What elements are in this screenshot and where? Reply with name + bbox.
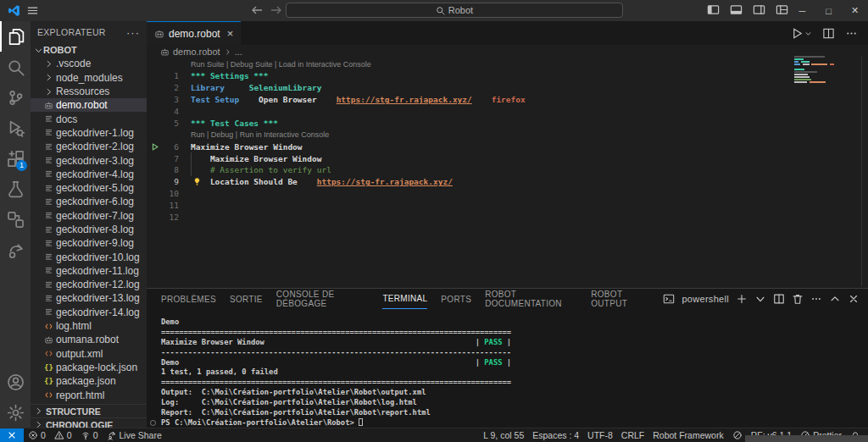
code-line[interactable]: 2Library SeleniumLibrary <box>147 82 868 94</box>
tree-item-Ressources[interactable]: Ressources <box>31 85 147 98</box>
code-line[interactable]: 6Maximize Browser Window <box>147 141 868 152</box>
shell-label[interactable]: powershell <box>682 294 729 304</box>
code-line[interactable]: 5*** Test Cases *** <box>147 117 868 129</box>
tree-item-node_modules[interactable]: node_modules <box>31 71 147 85</box>
close-icon[interactable] <box>848 293 860 305</box>
lightbulb-icon[interactable] <box>192 177 202 186</box>
code-line[interactable]: 11 <box>147 200 868 212</box>
tree-item-docs[interactable]: docs <box>31 112 147 125</box>
code-line[interactable]: 7 Maximize Browser Window <box>147 152 868 164</box>
code-line[interactable]: 8 # Assertion to verify url <box>147 164 868 176</box>
more-actions-icon[interactable] <box>845 27 858 40</box>
layout-sidebar-right-icon[interactable] <box>753 3 765 16</box>
tab-close-icon[interactable]: × <box>227 27 234 40</box>
tree-item-output.xml[interactable]: output.xml <box>31 347 147 361</box>
activity-search[interactable] <box>0 52 31 82</box>
tree-item-geckodriver-7.log[interactable]: geckodriver-7.log <box>31 209 147 223</box>
tree-item-geckodriver-10.log[interactable]: geckodriver-10.log <box>31 250 147 263</box>
run-robot-file-button[interactable] <box>791 27 812 40</box>
tab-demo-robot[interactable]: demo.robot × <box>147 21 241 45</box>
layout-customize-icon[interactable] <box>776 3 788 16</box>
run-test-icon[interactable] <box>150 142 159 152</box>
layout-sidebar-left-icon[interactable] <box>707 3 720 16</box>
plus-icon[interactable] <box>736 293 748 305</box>
codelens-row[interactable]: Run Suite | Debug Suite | Load in Intera… <box>147 58 868 70</box>
status-remote-indicator[interactable] <box>0 428 24 442</box>
tree-item-geckodriver-5.log[interactable]: geckodriver-5.log <box>31 181 147 195</box>
tree-item-geckodriver-3.log[interactable]: geckodriver-3.log <box>31 153 147 167</box>
split-icon[interactable] <box>773 293 785 305</box>
maximize-icon[interactable]: □ <box>815 0 842 21</box>
tree-item-.vscode[interactable]: .vscode <box>31 57 147 70</box>
explorer-more-actions[interactable]: ··· <box>126 26 140 39</box>
activity-source-control[interactable] <box>0 82 31 113</box>
panel-tab-ports[interactable]: PORTS <box>441 289 471 309</box>
tree-item-geckodriver-9.log[interactable]: geckodriver-9.log <box>31 236 147 250</box>
chevron-down-icon[interactable] <box>754 293 766 305</box>
activity-run-debug[interactable] <box>0 113 31 143</box>
tree-item-geckodriver-13.log[interactable]: geckodriver-13.log <box>31 291 147 305</box>
tree-item-geckodriver-1.log[interactable]: geckodriver-1.log <box>31 126 147 140</box>
activity-live-share[interactable] <box>0 235 31 265</box>
trash-icon[interactable] <box>792 293 804 305</box>
panel-tab-problèmes[interactable]: PROBLÈMES <box>161 289 216 309</box>
tree-item-geckodriver-4.log[interactable]: geckodriver-4.log <box>31 168 147 181</box>
section-structure[interactable]: STRUCTURE <box>31 404 147 417</box>
code-line[interactable]: 3Test Setup Open Browser https://stg-fr.… <box>147 94 868 106</box>
code-line[interactable]: 12 <box>147 212 868 224</box>
tree-item-geckodriver-11.log[interactable]: geckodriver-11.log <box>31 264 147 278</box>
code-line[interactable]: 9 Location Should Be https://stg-fr.raja… <box>147 176 868 188</box>
tree-item-package-lock.json[interactable]: {}package-lock.json <box>31 361 147 374</box>
breadcrumb[interactable]: demo.robot ... <box>147 45 868 58</box>
minimize-icon[interactable]: ─ <box>789 0 815 21</box>
nav-forward-icon[interactable] <box>270 3 283 17</box>
codelens-row[interactable]: Run | Debug | Run in Interactive Console <box>147 129 868 141</box>
panel-tab-robot-documentation[interactable]: ROBOT DOCUMENTATION <box>485 289 577 309</box>
tree-item-geckodriver-12.log[interactable]: geckodriver-12.log <box>31 278 147 291</box>
status-live-share[interactable]: Live Share <box>103 428 166 442</box>
tree-item-geckodriver-6.log[interactable]: geckodriver-6.log <box>31 195 147 208</box>
tree-item-log.html[interactable]: log.html <box>31 319 147 333</box>
activity-settings[interactable] <box>0 397 31 428</box>
terminal-content[interactable]: Demo====================================… <box>147 318 868 428</box>
panel-tab-terminal[interactable]: TERMINAL <box>382 289 427 309</box>
menu-hamburger-icon[interactable] <box>26 4 39 17</box>
status-errors[interactable]: 0 <box>24 428 50 442</box>
tree-item-report.html[interactable]: report.html <box>31 388 147 401</box>
status-encoding[interactable]: UTF-8 <box>583 428 617 442</box>
status-language-mode[interactable]: Robot Framework <box>648 428 727 442</box>
tree-item-package.json[interactable]: {}package.json <box>31 374 147 388</box>
status-ports-forwarded[interactable]: 0 <box>76 428 103 442</box>
panel-tab-console-de-débogage[interactable]: CONSOLE DE DÉBOGAGE <box>276 289 370 309</box>
status-indentation[interactable]: Espaces : 4 <box>528 428 583 442</box>
ellipsis-icon[interactable] <box>810 293 822 305</box>
status-feedback[interactable] <box>728 428 747 442</box>
activity-explorer[interactable] <box>0 21 31 52</box>
layout-panel-icon[interactable] <box>730 3 743 16</box>
tree-root-robot[interactable]: ROBOT <box>31 43 147 57</box>
activity-references[interactable] <box>0 204 31 235</box>
command-decoration[interactable] <box>150 420 156 426</box>
code-line[interactable]: 10 <box>147 188 868 200</box>
panel-tab-sortie[interactable]: SORTIE <box>230 289 263 309</box>
code-line[interactable]: 1*** Settings *** <box>147 70 868 82</box>
close-icon[interactable]: ✕ <box>842 0 868 21</box>
panel-tab-robot-output[interactable]: ROBOT OUTPUT <box>591 289 649 309</box>
tree-item-geckodriver-8.log[interactable]: geckodriver-8.log <box>31 223 147 236</box>
status-eol[interactable]: CRLF <box>617 428 648 442</box>
status-cursor-position[interactable]: L 9, col 55 <box>479 428 528 442</box>
tree-item-geckodriver-14.log[interactable]: geckodriver-14.log <box>31 306 147 319</box>
activity-extensions[interactable]: 1 <box>0 143 31 174</box>
tree-item-oumana.robot[interactable]: oumana.robot <box>31 333 147 346</box>
split-editor-icon[interactable] <box>822 27 835 40</box>
activity-account[interactable] <box>0 367 31 397</box>
chevron-up-icon[interactable] <box>829 293 841 305</box>
code-line[interactable]: 4 <box>147 106 868 118</box>
status-warnings[interactable]: 0 <box>50 428 76 442</box>
minimap[interactable] <box>794 56 840 91</box>
command-center-search[interactable]: Robot <box>286 3 623 18</box>
scrollbar-track[interactable] <box>861 56 862 286</box>
activity-testing[interactable] <box>0 174 31 204</box>
tree-item-demo.robot[interactable]: demo.robot <box>31 98 147 112</box>
tree-item-geckodriver-2.log[interactable]: geckodriver-2.log <box>31 140 147 153</box>
